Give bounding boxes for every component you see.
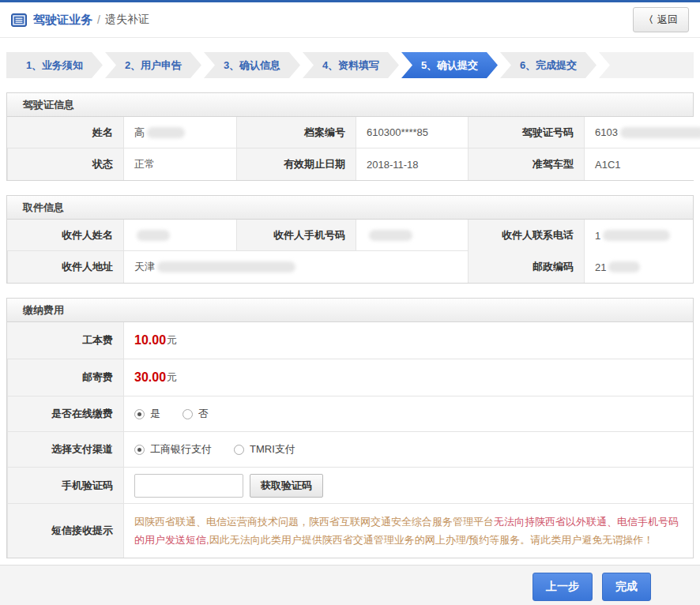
back-button[interactable]: 〈 返回 bbox=[633, 7, 689, 32]
notice-part-3: 因此无法向此类用户提供陕西省交通管理业务的网上办理/预约等服务。请此类用户避免无… bbox=[209, 534, 654, 546]
license-no-value: 6103 bbox=[584, 117, 700, 148]
expiry-label: 有效期止日期 bbox=[236, 148, 356, 180]
online-no-label: 否 bbox=[198, 407, 209, 421]
page-title: 驾驶证业务 bbox=[33, 13, 92, 28]
recipient-mobile-value bbox=[356, 220, 468, 251]
postcode-label: 邮政编码 bbox=[468, 251, 584, 283]
step-6-complete-submit[interactable]: 6、完成提交 bbox=[500, 52, 597, 78]
radio-online-yes[interactable] bbox=[134, 409, 145, 419]
section-license-title: 驾驶证信息 bbox=[7, 93, 693, 117]
production-fee-label: 工本费 bbox=[7, 322, 123, 359]
redacted-value bbox=[603, 230, 670, 241]
notice-part-1: 因陕西省联通、电信运营商技术问题，陕西省互联网交通安全综合服务管理平台 bbox=[134, 516, 494, 528]
back-chevron-icon: 〈 bbox=[644, 13, 653, 27]
channel-icbc-option[interactable]: 工商银行支付 bbox=[134, 442, 212, 457]
recipient-address-label: 收件人地址 bbox=[7, 251, 123, 283]
recipient-name-label: 收件人姓名 bbox=[7, 220, 123, 251]
vehicle-type-value: A1C1 bbox=[584, 148, 700, 180]
page-header: 驾驶证业务 / 遗失补证 〈 返回 bbox=[0, 2, 700, 38]
previous-step-button[interactable]: 上一步 bbox=[533, 573, 593, 601]
sms-code-input[interactable] bbox=[134, 474, 243, 498]
back-button-label: 返回 bbox=[657, 13, 678, 27]
step-progress-bar: 1、业务须知 2、用户申告 3、确认信息 4、资料填写 5、确认提交 6、完成提… bbox=[6, 52, 694, 78]
status-value: 正常 bbox=[123, 148, 236, 180]
postcode-value: 21 bbox=[584, 251, 693, 283]
production-fee-amount: 10.00 bbox=[134, 333, 166, 348]
payment-channel-label: 选择支付渠道 bbox=[7, 432, 123, 468]
archive-no-label: 档案编号 bbox=[236, 117, 356, 148]
sms-notice-text: 因陕西省联通、电信运营商技术问题，陕西省互联网交通安全综合服务管理平台无法向持陕… bbox=[123, 504, 693, 558]
redacted-value bbox=[620, 127, 700, 138]
sms-notice-label: 短信接收提示 bbox=[7, 504, 123, 558]
channel-icbc-label: 工商银行支付 bbox=[150, 442, 212, 457]
breadcrumb-divider: / bbox=[97, 13, 100, 26]
mailing-fee-unit: 元 bbox=[167, 370, 177, 385]
recipient-mobile-label: 收件人手机号码 bbox=[236, 220, 356, 251]
redacted-value bbox=[137, 230, 170, 241]
section-fees-title: 缴纳费用 bbox=[7, 299, 693, 322]
online-yes-label: 是 bbox=[150, 407, 160, 421]
redacted-value bbox=[608, 261, 640, 272]
mailing-fee-label: 邮寄费 bbox=[7, 359, 123, 396]
status-label: 状态 bbox=[7, 148, 123, 180]
step-5-confirm-submit-active[interactable]: 5、确认提交 bbox=[401, 52, 498, 78]
channel-tmri-option[interactable]: TMRI支付 bbox=[234, 442, 295, 457]
expiry-value: 2018-11-18 bbox=[356, 148, 468, 180]
section-fees: 缴纳费用 工本费 10.00 元 邮寄费 30.00 元 是否在线缴费 是 否 … bbox=[6, 298, 694, 558]
redacted-value bbox=[147, 127, 185, 138]
channel-tmri-label: TMRI支付 bbox=[250, 442, 295, 457]
online-yes-option[interactable]: 是 bbox=[134, 407, 160, 421]
radio-online-no[interactable] bbox=[183, 409, 193, 419]
sms-code-row: 获取验证码 bbox=[123, 468, 693, 504]
redacted-value bbox=[157, 261, 295, 272]
recipient-name-value bbox=[123, 220, 236, 251]
footer-action-bar: 上一步 完成 bbox=[0, 565, 700, 605]
online-payment-options: 是 否 bbox=[123, 396, 693, 432]
vehicle-type-label: 准驾车型 bbox=[468, 148, 584, 180]
step-1-business-notice[interactable]: 1、业务须知 bbox=[6, 52, 103, 78]
online-no-option[interactable]: 否 bbox=[183, 407, 209, 421]
payment-channel-options: 工商银行支付 TMRI支付 bbox=[123, 432, 693, 468]
section-pickup-title: 取件信息 bbox=[7, 196, 693, 220]
production-fee-unit: 元 bbox=[167, 333, 177, 348]
online-payment-label: 是否在线缴费 bbox=[7, 396, 123, 432]
name-label: 姓名 bbox=[7, 117, 123, 148]
step-3-confirm-info[interactable]: 3、确认信息 bbox=[204, 52, 300, 78]
redacted-value bbox=[369, 230, 412, 241]
step-2-user-declaration[interactable]: 2、用户申告 bbox=[105, 52, 201, 78]
mailing-fee-amount: 30.00 bbox=[134, 370, 166, 385]
recipient-phone-value: 1 bbox=[584, 220, 693, 251]
step-bar-filler bbox=[599, 52, 694, 78]
step-4-fill-data[interactable]: 4、资料填写 bbox=[303, 52, 399, 78]
production-fee-value: 10.00 元 bbox=[123, 322, 693, 359]
archive-no-value: 610300****85 bbox=[356, 117, 468, 148]
recipient-address-value: 天津 bbox=[123, 251, 468, 283]
recipient-phone-label: 收件人联系电话 bbox=[468, 220, 584, 251]
license-no-label: 驾驶证号码 bbox=[468, 117, 584, 148]
sms-code-label: 手机验证码 bbox=[7, 468, 123, 504]
section-pickup-info: 取件信息 收件人姓名 收件人手机号码 收件人联系电话 1 收件人地址 天津 邮政… bbox=[6, 195, 694, 284]
radio-channel-tmri[interactable] bbox=[234, 445, 244, 455]
get-code-button[interactable]: 获取验证码 bbox=[250, 474, 323, 498]
radio-channel-icbc[interactable] bbox=[134, 445, 145, 455]
mailing-fee-value: 30.00 元 bbox=[123, 359, 693, 396]
license-business-icon bbox=[11, 13, 27, 27]
name-value: 高 bbox=[123, 117, 236, 148]
breadcrumb-current: 遗失补证 bbox=[105, 13, 149, 27]
section-license-info: 驾驶证信息 姓名 高 档案编号 610300****85 驾驶证号码 6103 … bbox=[6, 92, 694, 181]
finish-button[interactable]: 完成 bbox=[602, 573, 651, 601]
